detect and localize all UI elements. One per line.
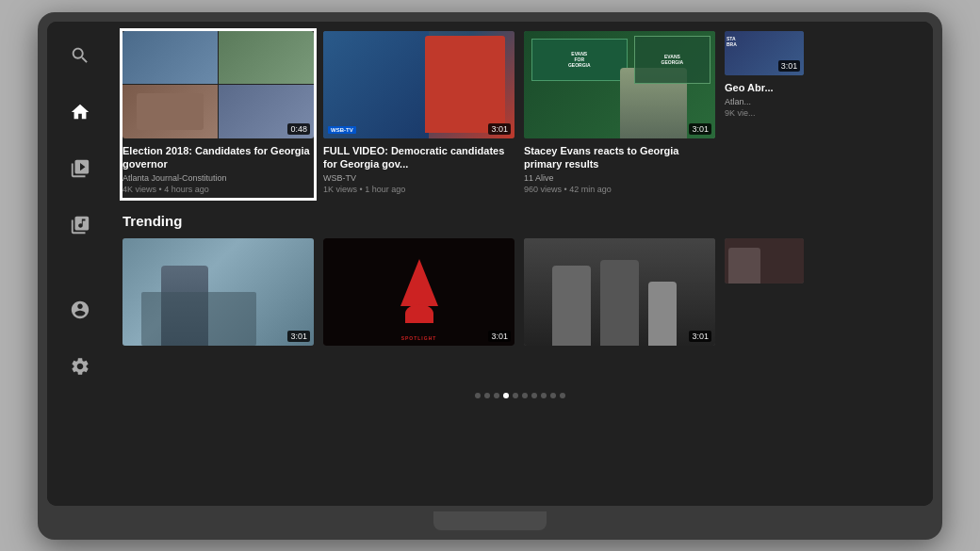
trending-label: Trending xyxy=(122,213,918,229)
video-info-georgia: Geo Abr... Atlan... 9K vie... xyxy=(725,75,804,122)
video-card-trend4[interactable] xyxy=(725,238,804,376)
settings-icon[interactable] xyxy=(65,351,95,381)
video-card-evans[interactable]: EVANSFORGEORGIA EVANSGEORGIA 3:01 Stacey… xyxy=(524,31,715,199)
video-info-trend3 xyxy=(524,346,715,376)
video-meta-georgia: 9K vie... xyxy=(725,108,804,118)
video-card-wsb[interactable]: WSB-TV 3:01 FULL VIDEO: Democratic candi… xyxy=(323,31,514,199)
video-title-wsb: FULL VIDEO: Democratic candidates for Ge… xyxy=(323,144,514,171)
video-info-election: Election 2018: Candidates for Georgia go… xyxy=(122,138,314,199)
tv-screen: 0:48 Election 2018: Candidates for Georg… xyxy=(47,22,933,506)
video-channel-election: Atlanta Journal-Constitution xyxy=(122,173,314,183)
thumbnail-trend3: 3:01 xyxy=(524,238,715,346)
video-info-trend2 xyxy=(323,346,514,376)
video-channel-wsb: WSB-TV xyxy=(323,173,514,183)
dot-2 xyxy=(484,393,490,398)
dot-3 xyxy=(494,393,499,398)
dot-5 xyxy=(513,393,518,398)
duration-badge-evans: 3:01 xyxy=(689,123,711,135)
thumbnail-trend4 xyxy=(725,238,804,283)
dot-10 xyxy=(560,393,565,398)
video-card-election[interactable]: 0:48 Election 2018: Candidates for Georg… xyxy=(122,31,314,199)
video-card-trend1[interactable]: 3:01 xyxy=(122,238,314,376)
video-info-wsb: FULL VIDEO: Democratic candidates for Ge… xyxy=(323,138,514,199)
thumbnail-evans: EVANSFORGEORGIA EVANSGEORGIA 3:01 xyxy=(524,31,715,138)
duration-badge-trend2: 3:01 xyxy=(488,331,511,342)
duration-badge-election: 0:48 xyxy=(287,123,310,135)
dot-1 xyxy=(475,393,481,398)
video-info-trend1 xyxy=(122,346,314,376)
search-icon[interactable] xyxy=(65,41,95,71)
video-meta-wsb: 1K views • 1 hour ago xyxy=(323,185,514,194)
video-meta-evans: 960 views • 42 min ago xyxy=(524,185,715,194)
dot-6 xyxy=(522,393,528,398)
video-title-georgia: Geo Abr... xyxy=(725,81,804,94)
trending-video-grid: 3:01 SPOTLIGHT xyxy=(122,238,918,376)
duration-badge-wsb: 3:01 xyxy=(488,123,511,135)
thumbnail-wsb: WSB-TV 3:01 xyxy=(323,31,514,138)
dot-4 xyxy=(503,393,509,398)
video-meta-election: 4K views • 4 hours ago xyxy=(122,185,314,194)
dot-9 xyxy=(550,393,556,398)
scroll-dots xyxy=(122,391,918,400)
account-icon[interactable] xyxy=(65,295,95,325)
thumbnail-trend2: SPOTLIGHT 3:01 xyxy=(323,238,514,346)
tv-frame: 0:48 Election 2018: Candidates for Georg… xyxy=(38,12,942,540)
video-info-evans: Stacey Evans reacts to Georgia primary r… xyxy=(524,138,715,199)
video-card-trend2[interactable]: SPOTLIGHT 3:01 xyxy=(323,238,514,376)
thumbnail-trend1: 3:01 xyxy=(122,238,314,346)
duration-badge-georgia: 3:01 xyxy=(778,60,801,72)
video-channel-georgia: Atlan... xyxy=(725,97,804,106)
duration-badge-trend3: 3:01 xyxy=(689,331,711,342)
library-icon[interactable] xyxy=(65,210,95,240)
thumbnail-georgia: STABRA 3:01 xyxy=(725,31,804,75)
sidebar xyxy=(47,22,113,506)
video-title-election: Election 2018: Candidates for Georgia go… xyxy=(122,144,314,171)
thumbnail-election: 0:48 xyxy=(122,31,314,138)
tv-stand xyxy=(433,511,547,530)
video-title-evans: Stacey Evans reacts to Georgia primary r… xyxy=(524,144,715,171)
home-icon[interactable] xyxy=(65,97,95,127)
subscriptions-icon[interactable] xyxy=(65,154,95,184)
main-content: 0:48 Election 2018: Candidates for Georg… xyxy=(113,22,933,506)
video-card-georgia[interactable]: STABRA 3:01 Geo Abr... Atlan... 9K vie..… xyxy=(725,31,804,199)
video-info-trend4 xyxy=(725,284,804,314)
dot-7 xyxy=(531,393,537,398)
dot-8 xyxy=(541,393,547,398)
duration-badge-trend1: 3:01 xyxy=(287,331,310,342)
video-card-trend3[interactable]: 3:01 xyxy=(524,238,715,376)
video-channel-evans: 11 Alive xyxy=(524,173,715,183)
top-video-grid: 0:48 Election 2018: Candidates for Georg… xyxy=(122,31,918,199)
